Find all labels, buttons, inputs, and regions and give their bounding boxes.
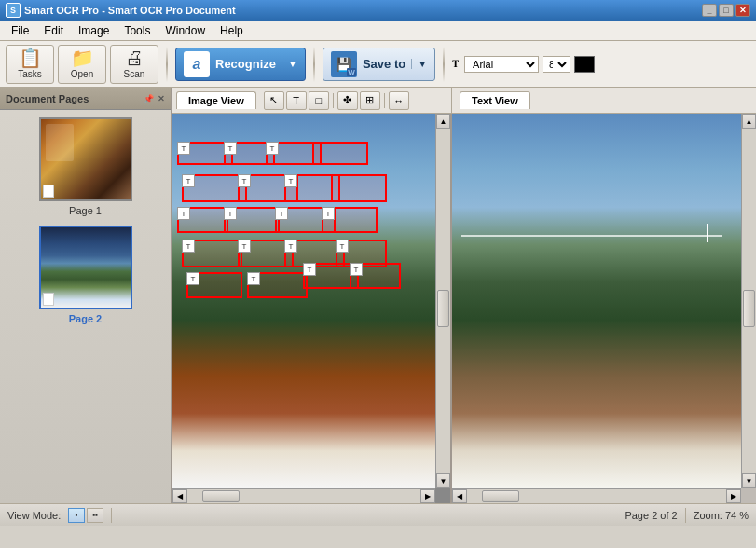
view-mode-dual-button[interactable]: ▪▪ [87, 508, 103, 523]
text-view-panel[interactable]: ▲ ▼ ◀ ▶ [452, 114, 756, 503]
sel-icon-17: T [186, 272, 199, 285]
scan-button[interactable]: 🖨 Scan [110, 45, 158, 84]
sel-icon-18: T [247, 272, 260, 285]
sidebar-header: Document Pages 📌 ✕ [0, 88, 171, 110]
font-color-swatch[interactable] [574, 56, 595, 73]
menu-window[interactable]: Window [158, 22, 213, 39]
sel-icon-6: T [238, 174, 251, 187]
hscroll-left-arrow[interactable]: ◀ [172, 489, 187, 503]
sel-icon-14: T [238, 240, 251, 253]
sel-box-20 [350, 263, 401, 289]
text-panel-header: Text View [452, 88, 756, 113]
close-button[interactable]: ✕ [735, 4, 750, 17]
menu-help[interactable]: Help [213, 22, 251, 39]
pages-list: Page 1 Page 2 [0, 110, 171, 503]
saveto-button[interactable]: 💾 W Save to ▼ [323, 48, 435, 81]
sel-icon-15: T [284, 240, 297, 253]
page-info: Page 2 of 2 [625, 510, 677, 521]
sel-icon-9: T [177, 207, 190, 220]
view-mode-single-button[interactable]: ▪ [68, 508, 85, 523]
open-label: Open [71, 69, 93, 79]
sel-box-2 [224, 142, 275, 165]
text-view-vscrollbar[interactable]: ▲ ▼ [741, 114, 756, 488]
page-2-thumb[interactable]: Page 2 [39, 226, 132, 324]
window-controls[interactable]: _ □ ✕ [702, 4, 750, 17]
thscroll-thumb[interactable] [482, 490, 519, 502]
hscroll-thumb[interactable] [202, 490, 240, 502]
tool-separator-2 [384, 93, 385, 108]
minimize-button[interactable]: _ [702, 4, 717, 17]
sel-icon-10: T [224, 207, 237, 220]
scan-icon: 🖨 [125, 48, 144, 67]
tvscroll-down-arrow[interactable]: ▼ [742, 473, 756, 488]
image-view-tab[interactable]: Image View [176, 91, 256, 109]
open-button[interactable]: 📁 Open [58, 45, 106, 84]
menu-tools[interactable]: Tools [117, 22, 158, 39]
sel-box-10 [224, 207, 280, 233]
vscroll-down-arrow[interactable]: ▼ [436, 473, 450, 488]
text-view-content [452, 114, 741, 488]
select-tool-button[interactable]: ↖ [264, 91, 284, 110]
text-cursor-line [461, 235, 722, 237]
flip-tool-button[interactable]: ↔ [389, 91, 409, 110]
font-size-select[interactable]: 8 [543, 56, 570, 73]
sel-box-4 [312, 142, 368, 165]
text-view-tab[interactable]: Text View [460, 91, 530, 109]
recognize-button[interactable]: a Recognize ▼ [175, 48, 306, 81]
sel-icon-7: T [284, 174, 297, 187]
sel-box-12 [322, 207, 378, 233]
image-view-vscrollbar[interactable]: ▲ ▼ [435, 114, 450, 488]
recognize-dropdown-arrow[interactable]: ▼ [282, 59, 297, 69]
text-view-hscrollbar[interactable]: ◀ ▶ [452, 488, 741, 503]
font-name-select[interactable]: Arial [464, 56, 539, 73]
page-2-image[interactable] [39, 226, 132, 309]
tool-separator-1 [333, 93, 334, 108]
grid-tool-button[interactable]: ⊞ [360, 91, 380, 110]
statusbar: View Mode: ▪ ▪▪ Page 2 of 2 Zoom: 74 % [0, 503, 756, 526]
image-view-panel[interactable]: T T T T T T [172, 114, 452, 503]
toolbar-separator-1 [166, 47, 168, 82]
menu-edit[interactable]: Edit [36, 22, 71, 39]
image-view-hscrollbar[interactable]: ◀ ▶ [172, 488, 435, 503]
image-panel-header: Image View ↖ T □ ✤ ⊞ ↔ [172, 88, 452, 113]
view-mode-buttons[interactable]: ▪ ▪▪ [68, 508, 103, 523]
vscroll-thumb[interactable] [437, 290, 449, 327]
sel-box-14 [238, 240, 294, 267]
star-tool-button[interactable]: ✤ [337, 91, 358, 110]
tasks-button[interactable]: 📋 Tasks [6, 45, 54, 84]
toolbar-separator-3 [443, 47, 445, 82]
thscroll-right-arrow[interactable]: ▶ [726, 489, 741, 503]
page-1-thumb[interactable]: Page 1 [39, 117, 132, 216]
status-separator-2 [685, 508, 686, 523]
sel-box-8 [331, 174, 387, 202]
sel-box-5 [182, 174, 247, 202]
thscroll-left-arrow[interactable]: ◀ [452, 489, 467, 503]
saveto-dropdown-arrow[interactable]: ▼ [411, 59, 427, 69]
maximize-button[interactable]: □ [719, 4, 734, 17]
toolbar: 📋 Tasks 📁 Open 🖨 Scan a Recognize ▼ 💾 W … [0, 41, 756, 88]
image-panel-toolbar: ↖ T □ ✤ ⊞ ↔ [264, 91, 409, 110]
saveto-label: Save to [363, 57, 405, 71]
sel-icon-1: T [177, 142, 190, 155]
sel-box-1 [177, 142, 233, 165]
sel-icon-19: T [303, 263, 316, 276]
vscroll-up-arrow[interactable]: ▲ [436, 114, 450, 129]
menu-image[interactable]: Image [71, 22, 117, 39]
sel-box-7 [284, 174, 340, 202]
sel-box-11 [275, 207, 336, 233]
text-tool-button[interactable]: T [286, 91, 307, 110]
app-icon: S [6, 3, 21, 18]
document-pages-panel: Document Pages 📌 ✕ Page 1 [0, 88, 172, 503]
tvscroll-thumb[interactable] [743, 290, 755, 327]
menu-file[interactable]: File [4, 22, 36, 39]
hscroll-right-arrow[interactable]: ▶ [420, 489, 435, 503]
rect-tool-button[interactable]: □ [309, 91, 329, 110]
page-1-image[interactable] [39, 117, 132, 201]
tvscroll-up-arrow[interactable]: ▲ [742, 114, 756, 129]
page-2-label: Page 2 [69, 313, 102, 324]
sidebar-close-button[interactable]: ✕ [158, 94, 165, 103]
sidebar-header-controls[interactable]: 📌 ✕ [144, 94, 165, 103]
sidebar-pin-button[interactable]: 📌 [144, 94, 154, 103]
sel-box-17 [186, 272, 242, 298]
document-image: T T T T T T [172, 114, 435, 488]
